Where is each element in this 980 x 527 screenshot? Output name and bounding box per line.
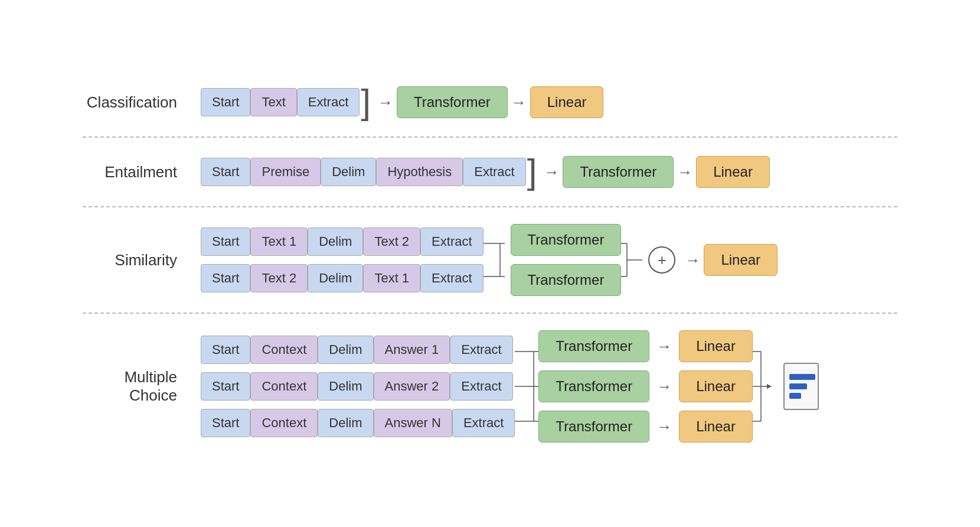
token-text2b: Text 2: [250, 264, 308, 292]
arrow: →: [378, 93, 393, 112]
token-start: Start: [201, 227, 250, 256]
token-text1: Text 1: [250, 227, 308, 256]
arrow: →: [511, 93, 527, 112]
classification-content: Start Text Extract ] → Transformer → Lin…: [201, 84, 897, 120]
bar-1: [789, 374, 815, 380]
bracket: ]: [527, 154, 537, 190]
token-extract: Extract: [450, 372, 512, 401]
token-delim: Delim: [318, 336, 373, 364]
mc-row-3: Start Context Delim Answer N Extract: [201, 409, 515, 437]
linear-box: Linear: [704, 244, 778, 276]
mc-row-2: Start Context Delim Answer 2 Extract: [201, 372, 515, 401]
similarity-stack: Start Text 1 Delim Text 2 Extract Start …: [201, 227, 484, 292]
sim-right-connector: [621, 227, 642, 292]
token-extract: Extract: [452, 409, 515, 437]
classification-tokens: Start Text Extract ]: [201, 84, 374, 120]
token-extract: Extract: [420, 264, 483, 292]
plus-circle: +: [648, 246, 675, 274]
transformer-box-2: Transformer: [511, 264, 622, 296]
arrow: →: [656, 337, 672, 356]
token-extract: Extract: [463, 158, 525, 186]
diagram: Classification Start Text Extract ] → Tr…: [47, 50, 933, 477]
token-start: Start: [201, 372, 250, 401]
mc-tokens-3: Start Context Delim Answer N Extract: [201, 409, 515, 437]
token-delim: Delim: [308, 264, 363, 292]
entailment-section: Entailment Start Premise Delim Hypothesi…: [83, 138, 897, 206]
transformer-box: Transformer: [397, 86, 508, 118]
transformer-box-1: Transformer: [511, 224, 622, 256]
token-answerN: Answer N: [374, 409, 452, 437]
mc-stack: Start Context Delim Answer 1 Extract Sta…: [201, 336, 515, 437]
arrow: →: [656, 378, 672, 396]
mc-right-connector: [753, 336, 779, 437]
token-start: Start: [201, 158, 250, 186]
transformer-box-mc-1: Transformer: [538, 330, 649, 362]
sim-tokens-2: Start Text 2 Delim Text 1 Extract: [201, 264, 484, 292]
mc-section: Multiple Choice Start Context Delim Answ…: [83, 314, 897, 459]
similarity-content: Start Text 1 Delim Text 2 Extract Start …: [201, 224, 897, 296]
linear-box: Linear: [530, 86, 604, 118]
arrow: →: [656, 418, 672, 436]
linear-box-mc-2: Linear: [679, 370, 753, 402]
transformer-box-mc-2: Transformer: [538, 370, 649, 402]
token-delim: Delim: [321, 158, 376, 186]
token-answer1: Answer 1: [374, 336, 450, 364]
entailment-tokens: Start Premise Delim Hypothesis Extract ]: [201, 154, 540, 190]
entailment-label: Entailment: [83, 163, 201, 181]
token-text2: Text 2: [363, 227, 420, 256]
token-context: Context: [250, 372, 318, 401]
classification-label: Classification: [83, 93, 201, 112]
linear-box: Linear: [696, 156, 770, 188]
token-start: Start: [201, 264, 250, 292]
token-text1b: Text 1: [363, 264, 420, 292]
bracket: ]: [361, 84, 371, 120]
mc-left-connector: [515, 336, 538, 437]
arrow: →: [685, 251, 700, 269]
token-hypothesis: Hypothesis: [376, 158, 463, 186]
entailment-content: Start Premise Delim Hypothesis Extract ]…: [201, 154, 897, 190]
token-delim: Delim: [318, 409, 373, 437]
token-text: Text: [250, 88, 296, 116]
token-start: Start: [201, 88, 250, 116]
arrow: →: [677, 163, 692, 181]
sim-row-1: Start Text 1 Delim Text 2 Extract: [201, 227, 484, 256]
similarity-section: Similarity Start Text 1 Delim Text 2 Ext…: [83, 207, 897, 313]
bar-3: [789, 393, 801, 399]
classification-section: Classification Start Text Extract ] → Tr…: [83, 68, 897, 136]
token-extract: Extract: [420, 227, 483, 256]
svg-marker-21: [767, 384, 772, 389]
bar-2: [789, 383, 807, 389]
token-context: Context: [250, 336, 318, 364]
mc-content: Start Context Delim Answer 1 Extract Sta…: [201, 330, 897, 443]
token-start: Start: [201, 336, 250, 364]
sim-tokens-1: Start Text 1 Delim Text 2 Extract: [201, 227, 484, 256]
transformer-box: Transformer: [563, 156, 674, 188]
token-delim: Delim: [318, 372, 373, 401]
mc-transformer-stack: Transformer → Linear Transformer → Linea…: [538, 330, 753, 443]
token-delim: Delim: [308, 227, 363, 256]
sim-left-connector: [484, 227, 505, 292]
token-extract: Extract: [297, 88, 360, 116]
mc-tokens-1: Start Context Delim Answer 1 Extract: [201, 336, 513, 364]
sim-row-2: Start Text 2 Delim Text 1 Extract: [201, 264, 484, 292]
similarity-label: Similarity: [83, 251, 201, 269]
token-context: Context: [250, 409, 318, 437]
token-start: Start: [201, 409, 250, 437]
token-extract: Extract: [450, 336, 512, 364]
linear-box-mc-1: Linear: [679, 330, 753, 362]
token-answer2: Answer 2: [374, 372, 450, 401]
arrow: →: [544, 163, 559, 181]
mc-row-1: Start Context Delim Answer 1 Extract: [201, 336, 515, 364]
sim-transformers: Transformer Transformer: [505, 224, 622, 296]
transformer-box-mc-3: Transformer: [538, 411, 649, 443]
stacked-bars: [783, 363, 819, 410]
mc-label: Multiple Choice: [83, 368, 201, 405]
mc-tokens-2: Start Context Delim Answer 2 Extract: [201, 372, 513, 401]
token-premise: Premise: [250, 158, 321, 186]
linear-box-mc-3: Linear: [679, 411, 753, 443]
